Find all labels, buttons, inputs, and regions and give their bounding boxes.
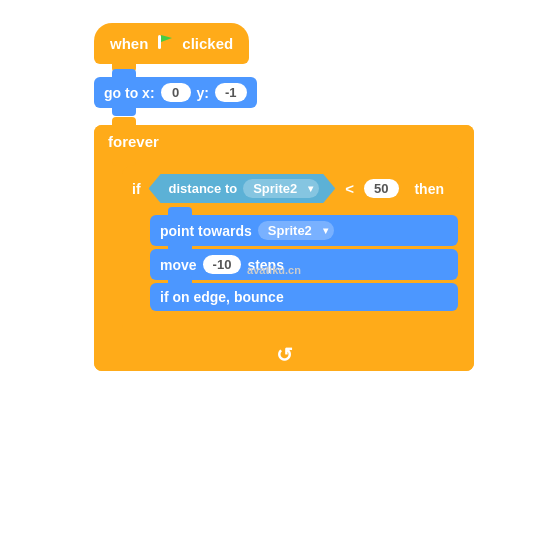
svg-rect-0 xyxy=(158,35,161,49)
goto-block[interactable]: go to x: 0 y: -1 xyxy=(94,77,257,108)
forever-header: forever xyxy=(94,125,474,158)
point-label: point towards xyxy=(160,223,252,239)
goto-label: go to x: xyxy=(104,85,155,101)
distance-condition[interactable]: distance to Sprite2 xyxy=(149,174,336,203)
distance-label: distance to xyxy=(169,181,238,196)
hat-block[interactable]: when clicked xyxy=(94,23,249,64)
svg-marker-1 xyxy=(161,35,172,42)
when-label: when xyxy=(110,35,148,52)
if-label: if xyxy=(132,181,141,197)
forever-block[interactable]: forever if distance to Sprite2 xyxy=(94,125,474,371)
forever-notch-top xyxy=(112,117,136,125)
edge-bounce-block[interactable]: if on edge, bounce xyxy=(150,283,458,311)
move-label: move xyxy=(160,257,197,273)
point-towards-block[interactable]: point towards Sprite2 xyxy=(150,215,458,246)
compare-value[interactable]: 50 xyxy=(364,179,398,198)
steps-label: steps xyxy=(247,257,284,273)
if-body: point towards Sprite2 move -10 steps xyxy=(146,211,462,315)
move-notch-top xyxy=(168,241,192,249)
y-value[interactable]: -1 xyxy=(215,83,247,102)
forever-footer: ↺ xyxy=(94,339,474,371)
clicked-label: clicked xyxy=(182,35,233,52)
loop-icon: ↺ xyxy=(276,343,293,367)
x-value[interactable]: 0 xyxy=(161,83,191,102)
operator-label: < xyxy=(345,180,354,197)
point-towards-notch-top xyxy=(168,207,192,215)
sprite2-dropdown[interactable]: Sprite2 xyxy=(243,179,319,198)
then-label: then xyxy=(414,181,452,197)
forever-label: forever xyxy=(108,133,159,150)
edge-notch-top xyxy=(168,275,192,283)
y-label: y: xyxy=(197,85,209,101)
flag-icon xyxy=(156,33,174,54)
move-steps-value[interactable]: -10 xyxy=(203,255,242,274)
point-target-dropdown[interactable]: Sprite2 xyxy=(258,221,334,240)
if-then-block[interactable]: if distance to Sprite2 < 50 then xyxy=(122,166,462,331)
if-footer xyxy=(122,315,462,331)
if-header: if distance to Sprite2 < 50 then xyxy=(122,166,462,211)
edge-label: if on edge, bounce xyxy=(160,289,284,305)
forever-body: if distance to Sprite2 < 50 then xyxy=(118,158,474,339)
move-block[interactable]: move -10 steps xyxy=(150,249,458,280)
